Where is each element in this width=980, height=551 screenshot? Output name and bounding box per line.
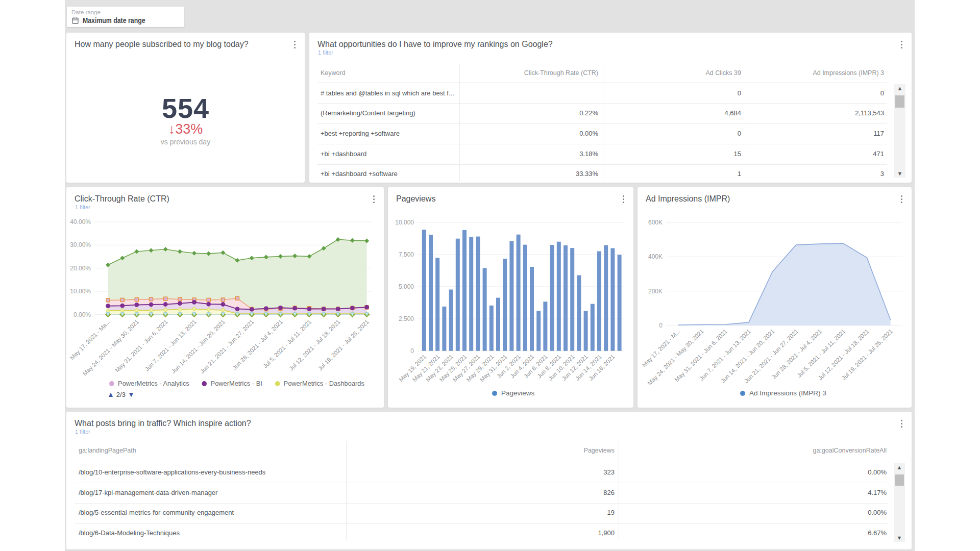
svg-text:Jul 5, 2021 - Jul 11, 2021: Jul 5, 2021 - Jul 11, 2021 [262,318,312,369]
svg-text:May 24, 2021 - May 30, 2021: May 24, 2021 - May 30, 2021 [82,318,140,377]
svg-text:600K: 600K [648,219,663,226]
svg-text:Jun 28, 2021 - Jul 4, 2021: Jun 28, 2021 - Jul 4, 2021 [771,328,823,381]
svg-text:0: 0 [410,347,414,355]
svg-text:10.00%: 10.00% [70,288,91,295]
svg-text:May 31, 2021 - Jun 6, 2021: May 31, 2021 - Jun 6, 2021 [114,318,168,373]
svg-text:7,500: 7,500 [399,251,414,258]
svg-text:30.00%: 30.00% [70,241,91,248]
svg-text:400K: 400K [648,253,663,260]
svg-text:200K: 200K [648,288,663,295]
svg-text:0.00%: 0.00% [74,311,91,318]
svg-text:Jun 14, 2021 - Jun 20, 2021: Jun 14, 2021 - Jun 20, 2021 [170,318,227,374]
svg-text:20.00%: 20.00% [70,265,91,272]
svg-text:10,000: 10,000 [395,219,414,226]
svg-text:Jun 21, 2021 - Jun 27, 2021: Jun 21, 2021 - Jun 27, 2021 [199,318,255,374]
svg-text:Jun 28, 2021 - Jul 4, 2021: Jun 28, 2021 - Jul 4, 2021 [231,318,284,371]
svg-text:May 17, 2021 - M...: May 17, 2021 - M... [641,328,681,368]
svg-text:2,500: 2,500 [399,315,414,322]
svg-text:Jul 19, 2021 - Jul 25, 2021: Jul 19, 2021 - Jul 25, 2021 [317,318,370,371]
svg-text:Jul 19, 2021 - Jul 25, 2021: Jul 19, 2021 - Jul 25, 2021 [841,328,894,381]
svg-text:Jul 12, 2021 - Jul 18, 2021: Jul 12, 2021 - Jul 18, 2021 [288,318,341,371]
svg-text:40.00%: 40.00% [70,218,91,226]
svg-text:Jul 5, 2021 - Jul 11, 2021: Jul 5, 2021 - Jul 11, 2021 [796,328,846,379]
svg-text:0: 0 [659,322,663,329]
svg-text:5,000: 5,000 [399,283,414,290]
svg-text:Jun 7, 2021 - Jun 13, 2021: Jun 7, 2021 - Jun 13, 2021 [144,318,198,372]
